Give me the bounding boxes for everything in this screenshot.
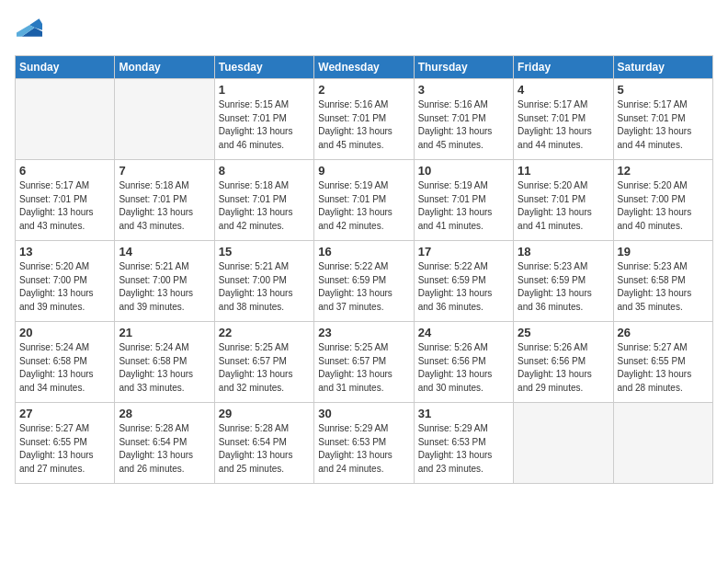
day-info: Sunrise: 5:23 AM Sunset: 6:59 PM Dayligh… xyxy=(518,260,609,314)
col-header-thursday: Thursday xyxy=(414,56,513,79)
calendar-week-5: 27Sunrise: 5:27 AM Sunset: 6:55 PM Dayli… xyxy=(16,403,713,484)
calendar-cell xyxy=(613,403,712,484)
logo-icon xyxy=(17,15,42,40)
calendar-cell: 13Sunrise: 5:20 AM Sunset: 7:00 PM Dayli… xyxy=(16,241,115,322)
page-header xyxy=(15,15,713,44)
day-info: Sunrise: 5:27 AM Sunset: 6:55 PM Dayligh… xyxy=(618,341,709,395)
day-number: 9 xyxy=(318,164,409,178)
day-number: 13 xyxy=(19,245,110,259)
day-info: Sunrise: 5:18 AM Sunset: 7:01 PM Dayligh… xyxy=(119,179,210,233)
day-number: 11 xyxy=(518,164,609,178)
calendar-week-3: 13Sunrise: 5:20 AM Sunset: 7:00 PM Dayli… xyxy=(16,241,713,322)
day-info: Sunrise: 5:19 AM Sunset: 7:01 PM Dayligh… xyxy=(318,179,409,233)
day-info: Sunrise: 5:17 AM Sunset: 7:01 PM Dayligh… xyxy=(19,179,110,233)
calendar-cell: 29Sunrise: 5:28 AM Sunset: 6:54 PM Dayli… xyxy=(214,403,313,484)
calendar-cell: 2Sunrise: 5:16 AM Sunset: 7:01 PM Daylig… xyxy=(314,79,414,160)
day-info: Sunrise: 5:26 AM Sunset: 6:56 PM Dayligh… xyxy=(518,341,609,395)
day-info: Sunrise: 5:24 AM Sunset: 6:58 PM Dayligh… xyxy=(19,341,110,395)
calendar-table: SundayMondayTuesdayWednesdayThursdayFrid… xyxy=(15,55,713,484)
day-number: 27 xyxy=(19,407,110,420)
day-info: Sunrise: 5:28 AM Sunset: 6:54 PM Dayligh… xyxy=(119,422,210,476)
day-info: Sunrise: 5:22 AM Sunset: 6:59 PM Dayligh… xyxy=(318,260,409,314)
day-info: Sunrise: 5:27 AM Sunset: 6:55 PM Dayligh… xyxy=(19,422,110,476)
day-info: Sunrise: 5:16 AM Sunset: 7:01 PM Dayligh… xyxy=(318,98,409,152)
calendar-cell: 10Sunrise: 5:19 AM Sunset: 7:01 PM Dayli… xyxy=(414,160,513,241)
day-info: Sunrise: 5:23 AM Sunset: 6:58 PM Dayligh… xyxy=(618,260,709,314)
calendar-cell: 31Sunrise: 5:29 AM Sunset: 6:53 PM Dayli… xyxy=(414,403,513,484)
calendar-header-row: SundayMondayTuesdayWednesdayThursdayFrid… xyxy=(16,56,713,79)
day-number: 16 xyxy=(318,245,409,259)
day-info: Sunrise: 5:19 AM Sunset: 7:01 PM Dayligh… xyxy=(418,179,509,233)
col-header-wednesday: Wednesday xyxy=(314,56,414,79)
calendar-cell: 14Sunrise: 5:21 AM Sunset: 7:00 PM Dayli… xyxy=(115,241,214,322)
calendar-cell: 26Sunrise: 5:27 AM Sunset: 6:55 PM Dayli… xyxy=(613,322,712,403)
calendar-cell: 9Sunrise: 5:19 AM Sunset: 7:01 PM Daylig… xyxy=(314,160,414,241)
day-number: 24 xyxy=(418,326,509,339)
day-number: 6 xyxy=(19,164,110,178)
calendar-cell xyxy=(115,79,214,160)
day-info: Sunrise: 5:17 AM Sunset: 7:01 PM Dayligh… xyxy=(618,98,709,152)
col-header-saturday: Saturday xyxy=(613,56,712,79)
day-info: Sunrise: 5:26 AM Sunset: 6:56 PM Dayligh… xyxy=(418,341,509,395)
day-number: 15 xyxy=(219,245,310,259)
day-number: 28 xyxy=(119,407,210,420)
day-number: 14 xyxy=(119,245,210,259)
calendar-cell: 28Sunrise: 5:28 AM Sunset: 6:54 PM Dayli… xyxy=(115,403,214,484)
calendar-week-4: 20Sunrise: 5:24 AM Sunset: 6:58 PM Dayli… xyxy=(16,322,713,403)
day-number: 26 xyxy=(618,326,709,339)
day-info: Sunrise: 5:17 AM Sunset: 7:01 PM Dayligh… xyxy=(518,98,609,152)
day-number: 20 xyxy=(19,326,110,339)
day-number: 22 xyxy=(219,326,310,339)
calendar-cell: 18Sunrise: 5:23 AM Sunset: 6:59 PM Dayli… xyxy=(514,241,613,322)
day-number: 25 xyxy=(518,326,609,339)
day-number: 8 xyxy=(219,164,310,178)
calendar-cell: 15Sunrise: 5:21 AM Sunset: 7:00 PM Dayli… xyxy=(214,241,313,322)
day-number: 17 xyxy=(418,245,509,259)
calendar-cell: 22Sunrise: 5:25 AM Sunset: 6:57 PM Dayli… xyxy=(214,322,313,403)
day-info: Sunrise: 5:22 AM Sunset: 6:59 PM Dayligh… xyxy=(418,260,509,314)
day-info: Sunrise: 5:25 AM Sunset: 6:57 PM Dayligh… xyxy=(318,341,409,395)
day-info: Sunrise: 5:20 AM Sunset: 7:00 PM Dayligh… xyxy=(19,260,110,314)
day-number: 19 xyxy=(618,245,709,259)
day-number: 5 xyxy=(618,83,709,97)
calendar-cell: 17Sunrise: 5:22 AM Sunset: 6:59 PM Dayli… xyxy=(414,241,513,322)
col-header-monday: Monday xyxy=(115,56,214,79)
calendar-week-1: 1Sunrise: 5:15 AM Sunset: 7:01 PM Daylig… xyxy=(16,79,713,160)
calendar-cell: 23Sunrise: 5:25 AM Sunset: 6:57 PM Dayli… xyxy=(314,322,414,403)
calendar-cell xyxy=(16,79,115,160)
calendar-body: 1Sunrise: 5:15 AM Sunset: 7:01 PM Daylig… xyxy=(16,79,713,484)
day-number: 7 xyxy=(119,164,210,178)
day-number: 31 xyxy=(418,407,509,420)
day-info: Sunrise: 5:21 AM Sunset: 7:00 PM Dayligh… xyxy=(219,260,310,314)
day-number: 10 xyxy=(418,164,509,178)
day-number: 21 xyxy=(119,326,210,339)
day-info: Sunrise: 5:15 AM Sunset: 7:01 PM Dayligh… xyxy=(219,98,310,152)
col-header-sunday: Sunday xyxy=(16,56,115,79)
day-number: 23 xyxy=(318,326,409,339)
calendar-cell: 20Sunrise: 5:24 AM Sunset: 6:58 PM Dayli… xyxy=(16,322,115,403)
calendar-cell: 7Sunrise: 5:18 AM Sunset: 7:01 PM Daylig… xyxy=(115,160,214,241)
calendar-cell: 27Sunrise: 5:27 AM Sunset: 6:55 PM Dayli… xyxy=(16,403,115,484)
calendar-cell: 3Sunrise: 5:16 AM Sunset: 7:01 PM Daylig… xyxy=(414,79,513,160)
day-info: Sunrise: 5:28 AM Sunset: 6:54 PM Dayligh… xyxy=(219,422,310,476)
day-number: 1 xyxy=(219,83,310,97)
day-info: Sunrise: 5:21 AM Sunset: 7:00 PM Dayligh… xyxy=(119,260,210,314)
day-number: 3 xyxy=(418,83,509,97)
day-number: 18 xyxy=(518,245,609,259)
calendar-cell: 30Sunrise: 5:29 AM Sunset: 6:53 PM Dayli… xyxy=(314,403,414,484)
calendar-cell: 6Sunrise: 5:17 AM Sunset: 7:01 PM Daylig… xyxy=(16,160,115,241)
col-header-friday: Friday xyxy=(514,56,613,79)
day-info: Sunrise: 5:20 AM Sunset: 7:00 PM Dayligh… xyxy=(618,179,709,233)
col-header-tuesday: Tuesday xyxy=(214,56,313,79)
calendar-cell: 1Sunrise: 5:15 AM Sunset: 7:01 PM Daylig… xyxy=(214,79,313,160)
calendar-week-2: 6Sunrise: 5:17 AM Sunset: 7:01 PM Daylig… xyxy=(16,160,713,241)
day-number: 30 xyxy=(318,407,409,420)
calendar-cell: 21Sunrise: 5:24 AM Sunset: 6:58 PM Dayli… xyxy=(115,322,214,403)
day-number: 4 xyxy=(518,83,609,97)
calendar-cell: 8Sunrise: 5:18 AM Sunset: 7:01 PM Daylig… xyxy=(214,160,313,241)
logo xyxy=(15,15,42,44)
calendar-cell: 24Sunrise: 5:26 AM Sunset: 6:56 PM Dayli… xyxy=(414,322,513,403)
day-info: Sunrise: 5:18 AM Sunset: 7:01 PM Dayligh… xyxy=(219,179,310,233)
calendar-cell: 11Sunrise: 5:20 AM Sunset: 7:01 PM Dayli… xyxy=(514,160,613,241)
day-info: Sunrise: 5:29 AM Sunset: 6:53 PM Dayligh… xyxy=(318,422,409,476)
